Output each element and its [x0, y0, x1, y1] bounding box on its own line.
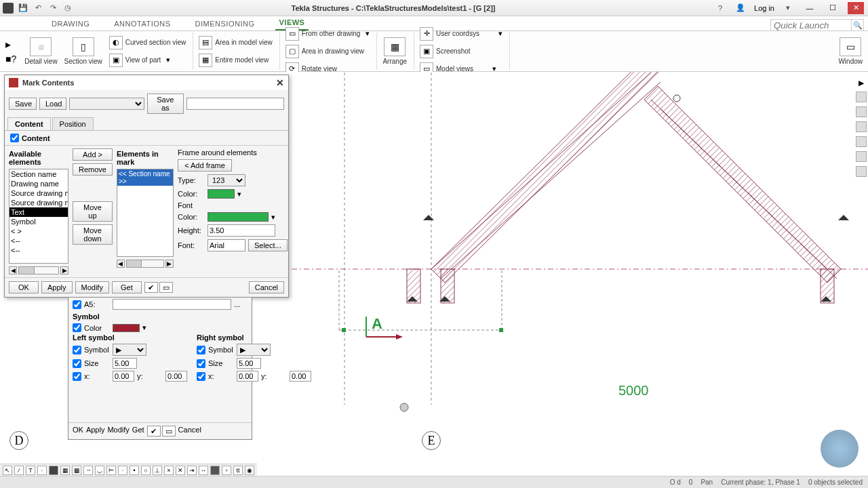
- right-size-checkbox[interactable]: [197, 359, 205, 368]
- dialog-close-icon[interactable]: ✕: [276, 77, 284, 88]
- mark-hscroll[interactable]: ◀ ▶: [117, 260, 174, 268]
- snap-int-icon[interactable]: ×: [164, 466, 174, 475]
- snap-line-icon[interactable]: ∕: [14, 466, 24, 475]
- elements-in-mark-list[interactable]: << Section name >>: [117, 169, 174, 257]
- right-y-input[interactable]: [290, 371, 311, 382]
- scroll-left-icon[interactable]: ◀: [117, 260, 125, 268]
- snap-eye-icon[interactable]: ◉: [245, 466, 254, 475]
- redo-icon[interactable]: ↷: [47, 3, 58, 14]
- snap-ext-icon[interactable]: ↔: [199, 466, 208, 475]
- maximize-button[interactable]: ☐: [825, 2, 841, 14]
- user-icon[interactable]: 👤: [734, 1, 747, 15]
- area-drawing-view-button[interactable]: ▢Area in drawing view: [283, 43, 373, 60]
- list-item[interactable]: Drawing name: [9, 179, 68, 188]
- left-size-checkbox[interactable]: [73, 359, 81, 368]
- scroll-right-icon[interactable]: ▶: [60, 266, 68, 274]
- content-checkbox[interactable]: [10, 134, 19, 142]
- get-button[interactable]: Get: [112, 281, 142, 293]
- left-symbol-checkbox[interactable]: [73, 346, 81, 354]
- snap-dim-icon[interactable]: ⇥: [187, 466, 197, 475]
- mark-item[interactable]: << Section name >>: [117, 169, 173, 186]
- preset-select[interactable]: [69, 98, 144, 110]
- list-item[interactable]: < >: [9, 226, 68, 236]
- left-x-input[interactable]: [113, 371, 134, 382]
- rtoolbar-btn-2[interactable]: [856, 106, 867, 117]
- a5-input[interactable]: [113, 299, 231, 310]
- ok-button[interactable]: OK: [73, 426, 83, 436]
- font-color-swatch[interactable]: [208, 212, 269, 222]
- rtoolbar-btn-6[interactable]: [856, 166, 867, 177]
- detail-view-button[interactable]: ◽ Detail view: [22, 36, 60, 66]
- browse-button[interactable]: ...: [234, 300, 248, 308]
- rtoolbar-btn-3[interactable]: [856, 121, 867, 132]
- apply-button[interactable]: Apply: [41, 281, 73, 293]
- right-x-checkbox[interactable]: [197, 372, 205, 381]
- cancel-button[interactable]: Cancel: [249, 281, 284, 293]
- scroll-right-icon[interactable]: ▶: [165, 260, 174, 268]
- history-icon[interactable]: ◷: [62, 3, 73, 14]
- snap-tt-icon[interactable]: tt: [233, 466, 243, 475]
- dropdown-icon[interactable]: ▾: [237, 190, 241, 199]
- get-button[interactable]: Get: [132, 426, 144, 436]
- snap-end-icon[interactable]: ⊢: [106, 466, 116, 475]
- scroll-left-icon[interactable]: ◀: [9, 266, 17, 274]
- snap-dark-icon[interactable]: [210, 466, 220, 475]
- list-item[interactable]: Symbol: [9, 217, 68, 226]
- snap-mid-icon[interactable]: ·: [118, 466, 127, 475]
- snap-box-icon[interactable]: ▫: [222, 466, 231, 475]
- dropdown-icon[interactable]: ▾: [271, 213, 275, 222]
- close-button[interactable]: ✕: [848, 2, 864, 14]
- area-model-view-button[interactable]: ▤Area in model view: [196, 34, 275, 52]
- toggle-switches[interactable]: ✔▭: [144, 282, 173, 293]
- user-coordsys-button[interactable]: ✛User coordsys▾: [417, 25, 505, 43]
- save-as-input[interactable]: [186, 98, 284, 110]
- available-hscroll[interactable]: ◀ ▶: [9, 266, 68, 274]
- color-checkbox[interactable]: [73, 323, 81, 332]
- search-icon[interactable]: 🔍: [852, 19, 864, 31]
- help-icon[interactable]: ?: [713, 1, 727, 15]
- frame-type-select[interactable]: 123: [208, 174, 245, 186]
- font-height-input[interactable]: [208, 224, 275, 237]
- snap-grid-icon[interactable]: ▦: [60, 466, 70, 475]
- tab-content[interactable]: Content: [7, 117, 51, 130]
- snap-dash-icon[interactable]: ╌: [83, 466, 93, 475]
- modify-button[interactable]: Modify: [107, 426, 129, 436]
- section-view-button[interactable]: ▯ Section view: [62, 36, 105, 66]
- window-button[interactable]: ▭ Window: [835, 36, 865, 66]
- cancel-button[interactable]: Cancel: [178, 426, 201, 436]
- snap-xline-icon[interactable]: ✕: [176, 466, 185, 475]
- from-other-drawing-button[interactable]: ▭From other drawing▾: [283, 25, 373, 43]
- font-select-button[interactable]: Select...: [248, 239, 288, 251]
- apply-button[interactable]: Apply: [86, 426, 105, 436]
- snap-text-icon[interactable]: T: [26, 466, 35, 475]
- snap-arc-icon[interactable]: ◡: [95, 466, 104, 475]
- arrange-button[interactable]: ▦ Arrange: [380, 36, 410, 66]
- modify-button[interactable]: Modify: [75, 281, 109, 293]
- snap-hatch-icon[interactable]: ▩: [72, 466, 81, 475]
- dropdown-icon[interactable]: ▾: [166, 56, 170, 64]
- list-item[interactable]: Source drawing nam: [9, 188, 68, 198]
- load-button[interactable]: Load: [39, 98, 66, 110]
- snap-fill-icon[interactable]: [49, 466, 58, 475]
- remove-button[interactable]: Remove: [73, 163, 113, 176]
- snap-dot-icon[interactable]: •: [130, 466, 139, 475]
- move-down-button[interactable]: Move down: [73, 224, 113, 245]
- dropdown-icon[interactable]: ▾: [498, 29, 502, 38]
- ok-button[interactable]: OK: [9, 281, 39, 293]
- rtoolbar-btn-1[interactable]: [856, 92, 867, 102]
- save-icon[interactable]: 💾: [18, 3, 28, 14]
- snap-point-icon[interactable]: ·: [37, 466, 47, 475]
- tab-position[interactable]: Position: [52, 117, 94, 130]
- list-item[interactable]: Text: [9, 207, 68, 217]
- snap-cursor-icon[interactable]: ↖: [3, 466, 12, 475]
- save-button[interactable]: Save: [9, 98, 37, 110]
- add-frame-button[interactable]: < Add frame: [178, 159, 232, 171]
- frame-color-swatch[interactable]: [208, 189, 235, 199]
- screenshot-button[interactable]: ▣Screenshot: [417, 43, 505, 60]
- entire-model-view-button[interactable]: ▦Entire model view: [196, 52, 275, 69]
- dropdown-icon[interactable]: ▾: [366, 29, 370, 38]
- chevron-down-icon[interactable]: ▾: [781, 1, 795, 15]
- expand-icon[interactable]: ▶: [859, 79, 864, 87]
- list-item[interactable]: Section name: [9, 169, 68, 179]
- rtoolbar-btn-5[interactable]: [856, 151, 867, 162]
